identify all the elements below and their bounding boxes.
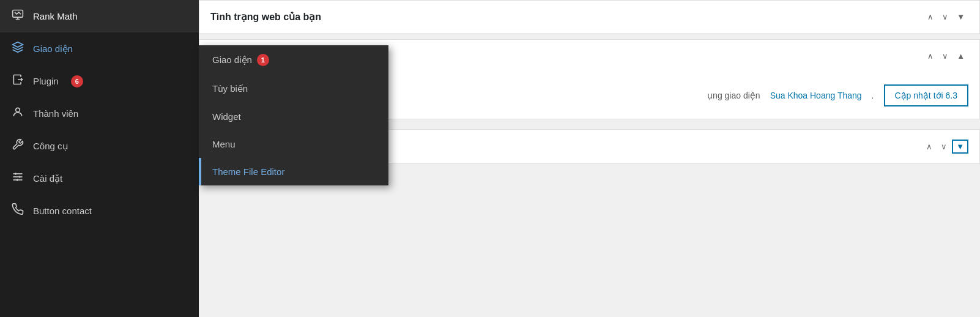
ctrl-up-hoat-dong[interactable]: ∧	[922, 140, 936, 153]
update-button[interactable]: Cập nhật tới 6.3	[884, 84, 969, 106]
widget-title-tinh-trang: Tình trạng web của bạn	[210, 11, 321, 23]
ctrl-down-hoat-dong[interactable]: ∨	[937, 140, 951, 153]
giao-dien-icon	[11, 41, 24, 56]
sidebar-item-plugin[interactable]: Plugin 6	[0, 65, 199, 97]
submenu-item-widget[interactable]: Widget	[199, 103, 388, 130]
sidebar-item-thanh-vien[interactable]: Thành viên	[0, 97, 199, 130]
theme-link[interactable]: Sua Khoa Hoang Thang	[770, 91, 862, 100]
cong-cu-icon	[11, 138, 24, 154]
sidebar-item-rank-math[interactable]: Rank Math	[0, 0, 199, 32]
submenu-label-theme-file-editor: Theme File Editor	[212, 166, 284, 177]
ctrl-down-middle[interactable]: ∨	[938, 50, 952, 62]
sidebar-item-giao-dien[interactable]: Giao diện	[0, 32, 199, 65]
rank-math-icon	[11, 9, 24, 24]
sidebar-label-cong-cu: Công cụ	[33, 141, 69, 152]
sidebar-label-giao-dien: Giao diện	[33, 43, 73, 54]
submenu-label-widget: Widget	[212, 111, 241, 122]
ctrl-arrow-tinh-trang[interactable]: ▼	[953, 10, 968, 23]
widget-controls-middle: ∧ ∨ ▲	[924, 50, 968, 62]
submenu-item-tuy-bien[interactable]: Tùy biến	[199, 75, 388, 103]
sidebar-item-cai-dat[interactable]: Cài đặt	[0, 162, 199, 195]
sidebar: Rank Math Giao diện Plugin 6	[0, 0, 199, 317]
plugin-icon	[11, 73, 24, 89]
sidebar-label-plugin: Plugin	[33, 76, 59, 86]
submenu-label-tuy-bien: Tùy biến	[212, 83, 248, 94]
thanh-vien-icon	[11, 106, 24, 121]
ctrl-arrow-middle[interactable]: ▲	[953, 50, 968, 62]
ctrl-up-tinh-trang[interactable]: ∧	[924, 10, 937, 23]
theme-text-pre: ụng giao diện	[707, 91, 760, 100]
theme-text-post: .	[872, 91, 874, 100]
button-contact-icon	[11, 203, 24, 218]
sidebar-label-thanh-vien: Thành viên	[33, 108, 78, 119]
section-tinh-trang: Tình trạng web của bạn ∧ ∨ ▼	[199, 0, 980, 34]
submenu-item-giao-dien[interactable]: Giao diện 1	[199, 45, 388, 75]
widget-header-tinh-trang: Tình trạng web của bạn ∧ ∨ ▼	[199, 1, 979, 34]
submenu-badge-giao-dien: 1	[257, 54, 269, 66]
sidebar-item-cong-cu[interactable]: Công cụ	[0, 130, 199, 162]
widget-controls-hoat-dong: ∧ ∨ ▼	[922, 140, 968, 154]
cai-dat-icon	[11, 171, 24, 186]
ctrl-down-tinh-trang[interactable]: ∨	[938, 10, 952, 23]
submenu-item-theme-file-editor[interactable]: Theme File Editor	[199, 158, 388, 185]
ctrl-up-middle[interactable]: ∧	[924, 50, 937, 62]
svg-point-1	[16, 108, 20, 112]
theme-info: ụng giao diện Sua Khoa Hoang Thang . Cập…	[707, 84, 968, 106]
sidebar-label-rank-math: Rank Math	[33, 11, 78, 21]
ctrl-arrow-hoat-dong[interactable]: ▼	[952, 140, 968, 154]
widget-controls-tinh-trang: ∧ ∨ ▼	[924, 10, 968, 23]
sidebar-label-button-contact: Button contact	[33, 206, 92, 216]
submenu-giao-dien: Giao diện 1 Tùy biến Widget Menu Theme F…	[199, 45, 388, 185]
submenu-item-menu[interactable]: Menu	[199, 130, 388, 158]
plugin-badge: 6	[71, 75, 83, 88]
sidebar-item-button-contact[interactable]: Button contact	[0, 195, 199, 227]
submenu-label-menu: Menu	[212, 139, 236, 149]
sidebar-label-cai-dat: Cài đặt	[33, 173, 62, 184]
submenu-label-giao-dien: Giao diện	[212, 54, 252, 65]
